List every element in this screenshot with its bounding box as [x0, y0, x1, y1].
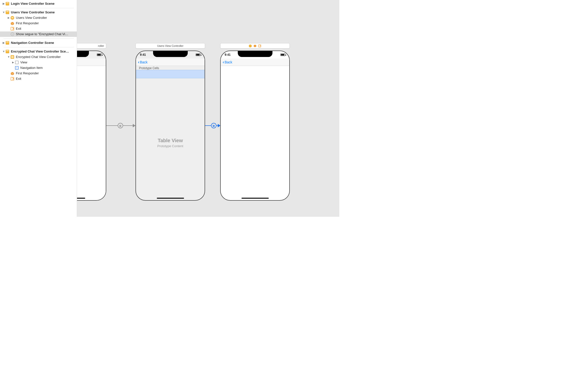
exit-icon[interactable] [258, 45, 261, 47]
navigation-bar[interactable]: ‹ Back [136, 58, 205, 66]
scene-users[interactable]: ▼ Users View Controller Scene [0, 10, 77, 15]
scene-encrypted-chat[interactable]: ▼ Encrypted Chat View Controller Sce… [0, 49, 77, 54]
phone-users[interactable]: 9:41 ‹ Back Prototype Cells Table View P… [135, 51, 205, 201]
content-area [77, 66, 106, 200]
navigation-item-icon: ‹ [15, 66, 19, 70]
viewcontroller-icon [10, 16, 14, 20]
first-responder-icon [10, 71, 14, 75]
outline-label: View [20, 60, 75, 65]
battery-icon [196, 54, 201, 56]
back-chevron-icon[interactable]: ‹ [138, 60, 139, 64]
outline-encrypted-vc[interactable]: ▼ Encrypted Chat View Controller [0, 54, 77, 60]
separator [3, 38, 74, 39]
phone-encrypted-chat[interactable]: 9:41 ‹ Back [220, 51, 290, 201]
scene-titlebar-login[interactable]: roller [77, 43, 106, 49]
tableview-title: Table View [136, 138, 205, 143]
viewcontroller-icon[interactable] [249, 45, 252, 47]
home-indicator [157, 198, 184, 199]
scene-titlebar-encrypted[interactable] [220, 43, 290, 49]
navigation-bar [77, 58, 106, 66]
segue-kind-icon: ▦ [118, 123, 123, 128]
storyboard-scene-icon [5, 50, 9, 54]
disclosure-triangle-icon[interactable]: ▶ [11, 60, 15, 65]
exit-icon [10, 77, 14, 81]
svg-marker-4 [254, 45, 256, 47]
scene-label: Encrypted Chat View Controller Sce… [11, 49, 75, 54]
exit-icon [10, 27, 14, 31]
disclosure-triangle-icon[interactable]: ▼ [2, 49, 5, 54]
home-indicator [241, 198, 269, 199]
disclosure-triangle-icon[interactable]: ▶ [7, 15, 10, 21]
storyboard-scene-icon [5, 41, 9, 45]
outline-segue[interactable]: ▶ ‹ Show segue to "Encrypted Chat Vi… [0, 31, 77, 37]
document-outline[interactable]: ▶ Login View Controller Scene ▼ Users Vi… [0, 0, 77, 217]
first-responder-icon [10, 21, 14, 25]
disclosure-triangle-icon[interactable]: ▶ [2, 40, 5, 46]
outline-exit-2[interactable]: ▶ Exit [0, 76, 77, 82]
outline-label: Encrypted Chat View Controller [16, 54, 75, 60]
outline-label: First Responder [16, 21, 75, 26]
battery-icon [97, 54, 102, 56]
storyboard-canvas[interactable]: roller Users View Controller 9:41 9:41 ‹… [77, 0, 339, 217]
outline-first-responder[interactable]: ▶ First Responder [0, 21, 77, 26]
status-time: 9:41 [225, 53, 231, 56]
outline-view[interactable]: ▶ View [0, 60, 77, 65]
segue-users-to-encrypted[interactable]: ▦ [205, 123, 220, 129]
outline-label: Exit [16, 26, 75, 31]
outline-exit[interactable]: ▶ Exit [0, 26, 77, 31]
outline-users-vc[interactable]: ▶ Users View Controller [0, 15, 77, 21]
scene-label: Login View Controller Scene [11, 1, 75, 6]
home-indicator [77, 198, 85, 199]
first-responder-icon[interactable] [254, 45, 256, 47]
prototype-cell[interactable] [135, 70, 205, 78]
separator [3, 8, 74, 8]
scene-label: Users View Controller Scene [11, 10, 75, 15]
scene-titlebar-users[interactable]: Users View Controller [135, 43, 205, 49]
outline-label: First Responder [16, 71, 75, 76]
battery-icon [280, 54, 285, 56]
back-button-label[interactable]: Back [140, 60, 148, 64]
scene-title-text: roller [98, 44, 104, 47]
scene-title-text: Users View Controller [157, 44, 183, 47]
device-notch [77, 51, 89, 57]
scene-label: Navigation Controller Scene [11, 40, 75, 46]
disclosure-triangle-icon[interactable]: ▶ [2, 1, 5, 6]
disclosure-triangle-icon[interactable]: ▼ [7, 54, 10, 60]
storyboard-scene-icon [5, 2, 9, 6]
separator [3, 47, 74, 47]
back-chevron-icon[interactable]: ‹ [223, 60, 224, 64]
outline-navigation-item[interactable]: ▶ ‹ Navigation Item [0, 65, 77, 71]
outline-label: Show segue to "Encrypted Chat Vi… [16, 31, 75, 37]
navigation-bar[interactable]: ‹ Back [221, 58, 289, 66]
scene-login[interactable]: ▶ Login View Controller Scene [0, 1, 77, 6]
segue-kind-icon: ▦ [211, 123, 216, 128]
prototype-cells-label: Prototype Cells [139, 66, 159, 70]
scene-navigation[interactable]: ▶ Navigation Controller Scene [0, 40, 77, 46]
device-notch [238, 51, 272, 57]
outline-label: Users View Controller [16, 15, 75, 21]
phone-login[interactable]: 9:41 [77, 51, 106, 201]
disclosure-triangle-icon[interactable]: ▼ [2, 10, 5, 15]
segue-icon: ‹ [10, 32, 14, 36]
storyboard-scene-icon [5, 10, 9, 14]
status-time: 9:41 [140, 53, 146, 56]
outline-first-responder-2[interactable]: ▶ First Responder [0, 71, 77, 76]
outline-label: Navigation Item [20, 65, 75, 71]
back-button-label[interactable]: Back [225, 60, 232, 64]
outline-label: Exit [16, 76, 75, 82]
viewcontroller-icon [10, 55, 14, 59]
scene-selection-icons [249, 45, 261, 47]
view-icon [15, 60, 19, 64]
tableview-subtitle: Prototype Content [136, 144, 205, 148]
device-notch [153, 51, 188, 57]
segue-login-to-users[interactable]: ▦ [106, 123, 135, 129]
